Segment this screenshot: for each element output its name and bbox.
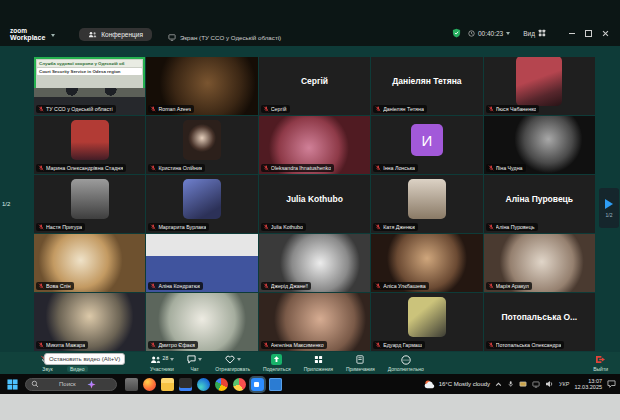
participant-name-text: Julia Kothubo <box>271 224 303 230</box>
participant-name-label: Julia Kothubo <box>261 223 306 231</box>
microphone-muted-icon <box>263 224 269 230</box>
chevron-down-icon <box>506 32 510 35</box>
video-tile[interactable]: Потопальська О...Потопальська Олександра <box>484 293 595 351</box>
next-page-button[interactable]: 1/2 <box>599 188 619 228</box>
tray-network-icon[interactable] <box>532 381 540 388</box>
audio-button-label: Звук <box>42 366 52 372</box>
meeting-timer[interactable]: 00:40:23 <box>468 30 510 37</box>
security-shield-icon[interactable] <box>452 28 461 38</box>
firefox-icon[interactable] <box>143 378 156 391</box>
close-button[interactable] <box>597 26 614 40</box>
video-tile[interactable]: Люся Чабаненко <box>484 57 595 115</box>
participant-name-text: Марина Олександрівна Стадня <box>46 165 123 171</box>
video-tile[interactable]: Маргарита Бурлака <box>146 175 257 233</box>
video-tile[interactable]: Марія Аракул <box>484 234 595 292</box>
toolbar-react-button[interactable]: Отреагировать <box>215 354 250 372</box>
video-tile[interactable]: Аліна Кондратюк <box>146 234 257 292</box>
tray-chevron-up-icon[interactable] <box>495 382 502 387</box>
weather-widget[interactable]: 16°C Mostly cloudy <box>424 379 490 389</box>
participant-name-label: Марія Аракул <box>486 282 532 290</box>
video-tile[interactable]: Кристина Олійник <box>146 116 257 174</box>
taskbar-clock[interactable]: 13:07 12.03.2025 <box>574 378 602 391</box>
video-tile[interactable]: Настя Пригура <box>34 175 145 233</box>
video-tile[interactable]: Служба судової охорони у Одеській обCour… <box>34 57 145 115</box>
language-indicator[interactable]: УКР <box>559 381 569 387</box>
video-tile[interactable]: Roman Azeev <box>146 57 257 115</box>
participant-initial-avatar: И <box>411 124 443 156</box>
microphone-muted-icon <box>488 283 494 289</box>
tray-microphone-icon[interactable] <box>507 380 514 388</box>
react-button-label: Отреагировать <box>215 366 250 372</box>
video-tile[interactable]: СергійСергій <box>259 57 370 115</box>
weather-text: 16°C Mostly cloudy <box>439 381 490 387</box>
view-button[interactable]: Вид <box>523 29 546 37</box>
apps-icon <box>314 355 323 364</box>
stop-video-tooltip: Остановить видео (Alt+V) <box>44 353 125 365</box>
chrome-icon[interactable] <box>215 378 228 391</box>
participant-name-text: Катя Дженюк <box>383 224 415 230</box>
participant-avatar <box>408 297 446 337</box>
video-tile[interactable]: Дмитро Єфаєв <box>146 293 257 351</box>
video-tile[interactable]: Ліна Чудна <box>484 116 595 174</box>
chevron-down-icon[interactable] <box>51 34 55 37</box>
meeting-timer-value: 00:40:23 <box>478 30 503 37</box>
toolbar-chat-button[interactable]: Чат <box>187 354 202 372</box>
video-tile[interactable]: Julia KothuboJulia Kothubo <box>259 175 370 233</box>
participant-name-label: Аліна Кондратюк <box>148 282 203 290</box>
video-tile[interactable]: Даніелян ТетянаДаніелян Тетяна <box>371 57 482 115</box>
chevron-up-icon[interactable] <box>237 358 241 361</box>
folder-icon[interactable] <box>161 378 174 391</box>
start-button[interactable] <box>5 377 19 391</box>
more-button-label: Дополнительно <box>388 366 424 372</box>
store-icon[interactable] <box>179 378 192 391</box>
tab-conference[interactable]: Конференция <box>79 28 152 41</box>
video-tile[interactable]: Ангеліна Максименко <box>259 293 370 351</box>
microphone-muted-icon <box>488 106 494 112</box>
video-tile[interactable]: Аліса Улєбашева <box>371 234 482 292</box>
video-tile[interactable]: Марина Олександрівна Стадня <box>34 116 145 174</box>
toolbar-more-button[interactable]: Дополнительно <box>388 354 424 372</box>
participant-name-text: Аліна Пуровець <box>496 224 535 230</box>
video-tile[interactable]: Едуард Гармаш <box>371 293 482 351</box>
tab-shared-screen[interactable]: Экран (ТУ ССО у Одеській області) <box>168 34 281 41</box>
toolbar-share-button[interactable]: Поделиться <box>263 354 291 372</box>
participant-name-label: Марина Олександрівна Стадня <box>36 164 126 172</box>
search-icon <box>31 380 55 388</box>
edge-icon[interactable] <box>197 378 210 391</box>
maximize-button[interactable] <box>580 26 597 40</box>
chevron-up-icon[interactable] <box>198 358 202 361</box>
minimize-button[interactable] <box>563 26 580 40</box>
participant-name-text: Інна Лонська <box>383 165 415 171</box>
video-tile[interactable]: Вова Слін <box>34 234 145 292</box>
participant-avatar <box>183 120 221 160</box>
zoom-app-icon[interactable] <box>251 378 264 391</box>
bottom-gray-strip <box>0 394 620 420</box>
video-tile[interactable]: Микита Мажара <box>34 293 145 351</box>
task-view-icon[interactable] <box>125 378 138 391</box>
video-tile[interactable]: ИІнна Лонська <box>371 116 482 174</box>
copilot-icon[interactable] <box>87 380 111 389</box>
video-tile[interactable]: Катя Дженюк <box>371 175 482 233</box>
participant-name-label: Настя Пригура <box>36 223 85 231</box>
leave-meeting-button[interactable]: Выйти <box>593 354 608 372</box>
participant-name-text: Даніелян Тетяна <box>383 106 424 112</box>
microphone-muted-icon <box>38 106 44 112</box>
notification-center-icon[interactable] <box>607 380 616 388</box>
toolbar-apps-button[interactable]: Приложения <box>304 354 333 372</box>
tray-screen-share-icon[interactable] <box>519 381 527 388</box>
chevron-up-icon[interactable] <box>170 358 174 361</box>
microphone-muted-icon <box>488 165 494 171</box>
video-tile[interactable]: Аліна ПуровецьАліна Пуровець <box>484 175 595 233</box>
search-input[interactable]: Поиск <box>25 378 117 391</box>
chrome-alt-icon[interactable] <box>233 378 246 391</box>
participant-name-text: Сергій <box>271 106 287 112</box>
weather-icon <box>424 379 436 389</box>
toolbar-participants-button[interactable]: 28Участники <box>150 354 175 372</box>
participant-name-label: Ліна Чудна <box>486 164 526 172</box>
participant-name-label: Інна Лонська <box>373 164 418 172</box>
video-tile[interactable]: Oleksandra Ihnatushenko <box>259 116 370 174</box>
tray-speaker-icon[interactable] <box>545 380 554 388</box>
word-icon[interactable] <box>269 378 282 391</box>
video-tile[interactable]: Джерід Джане!! <box>259 234 370 292</box>
toolbar-notes-button[interactable]: Примечания <box>346 354 375 372</box>
